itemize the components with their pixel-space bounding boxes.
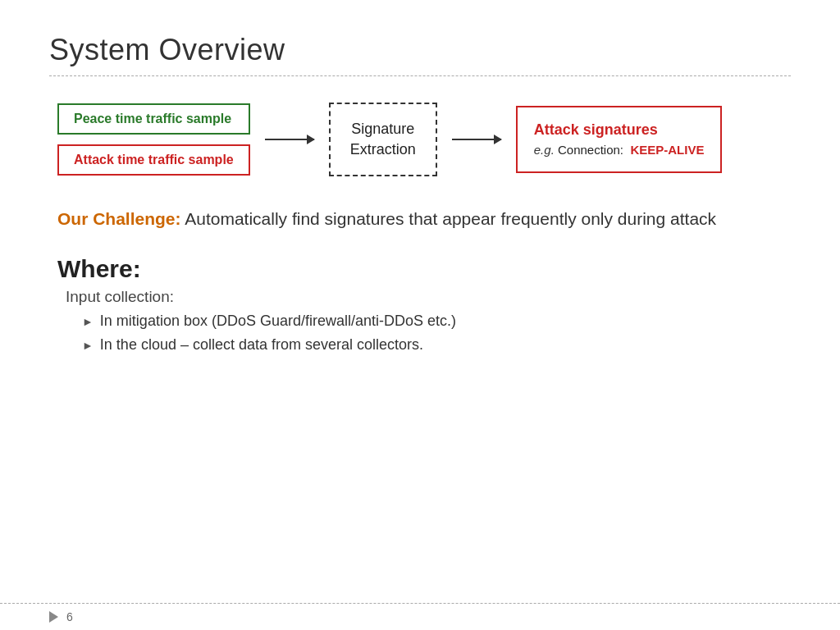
arrow-line-2	[452, 139, 501, 140]
challenge-section: Our Challenge: Automatically find signat…	[49, 206, 791, 232]
bullet-arrow-2: ►	[82, 339, 94, 352]
output-example-key: Connection:	[558, 143, 623, 157]
eg-label: e.g.	[534, 143, 555, 157]
sig-line2: Extraction	[350, 141, 416, 158]
output-title: Attack signatures	[534, 119, 705, 141]
where-title: Where:	[57, 255, 791, 283]
title-divider	[49, 75, 791, 76]
challenge-text: Automatically find signatures that appea…	[181, 209, 717, 228]
list-item: ► In the cloud – collect data from sever…	[82, 336, 791, 354]
bullet-text-1: In mitigation box (DDoS Guard/firewall/a…	[100, 313, 456, 330]
arrow-to-output	[452, 139, 501, 140]
arrow-line-1	[265, 139, 314, 140]
sig-line1: Signature	[351, 121, 414, 137]
input-boxes: Peace time traffic sample Attack time tr…	[57, 103, 250, 176]
footer: 6	[0, 603, 840, 630]
output-keep-alive: KEEP-ALIVE	[630, 143, 704, 157]
output-example: e.g. Connection: KEEP-ALIVE	[534, 141, 705, 160]
peace-traffic-box: Peace time traffic sample	[57, 103, 250, 135]
where-section: Where: Input collection: ► In mitigation…	[49, 255, 791, 360]
footer-arrow-icon	[49, 611, 58, 623]
list-item: ► In mitigation box (DDoS Guard/firewall…	[82, 313, 791, 330]
bullet-text-2: In the cloud – collect data from several…	[100, 336, 423, 354]
challenge-label: Our Challenge:	[57, 209, 181, 228]
diagram-area: Peace time traffic sample Attack time tr…	[49, 103, 791, 176]
page-title: System Overview	[49, 33, 791, 67]
page-number: 6	[66, 610, 73, 623]
sig-extraction-box: Signature Extraction	[329, 103, 437, 176]
bullet-arrow-1: ►	[82, 315, 94, 328]
output-box: Attack signatures e.g. Connection: KEEP-…	[516, 106, 723, 173]
arrow-to-sig	[265, 139, 314, 140]
input-collection-label: Input collection:	[57, 288, 791, 306]
bullet-list: ► In mitigation box (DDoS Guard/firewall…	[57, 313, 791, 354]
attack-traffic-box: Attack time traffic sample	[57, 144, 250, 176]
